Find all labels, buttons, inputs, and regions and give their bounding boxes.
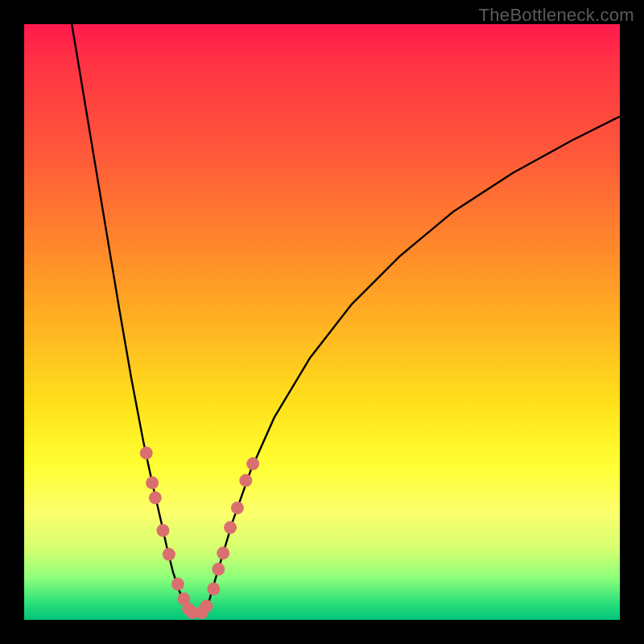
marker-dot bbox=[239, 474, 252, 487]
plot-area bbox=[24, 24, 620, 620]
marker-dot bbox=[246, 457, 259, 470]
marker-dot bbox=[224, 521, 237, 534]
marker-dot bbox=[200, 600, 213, 613]
chart-svg bbox=[24, 24, 620, 620]
marker-dot bbox=[146, 477, 159, 489]
chart-container: TheBottleneck.com bbox=[0, 0, 644, 644]
marker-dot bbox=[207, 583, 220, 596]
marker-dot bbox=[149, 491, 162, 504]
marker-dot bbox=[231, 502, 244, 514]
marker-dot bbox=[163, 548, 175, 561]
watermark-text: TheBottleneck.com bbox=[479, 5, 634, 26]
marker-dot bbox=[212, 563, 225, 576]
left-branch-line bbox=[72, 24, 191, 614]
marker-dot bbox=[171, 578, 184, 591]
marker-dot bbox=[156, 524, 169, 537]
marker-dot bbox=[140, 447, 153, 460]
left-markers-group bbox=[140, 447, 200, 619]
right-branch-line bbox=[203, 117, 620, 614]
marker-dot bbox=[217, 547, 229, 559]
